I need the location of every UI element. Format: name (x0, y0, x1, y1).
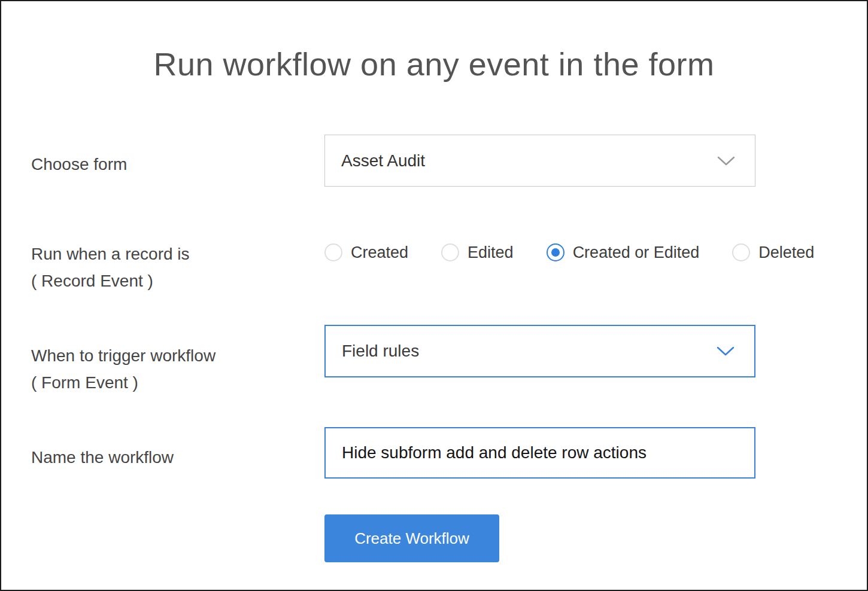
chevron-down-icon (717, 346, 735, 357)
radio-label: Created (351, 243, 408, 262)
choose-form-dropdown[interactable]: Asset Audit (324, 135, 755, 187)
radio-icon (441, 243, 459, 261)
form-event-label: When to trigger workflow ( Form Event ) (31, 342, 216, 396)
radio-icon (324, 243, 342, 261)
create-workflow-button[interactable]: Create Workflow (324, 514, 499, 562)
workflow-name-label: Name the workflow (31, 444, 174, 471)
radio-option-edited[interactable]: Edited (441, 243, 514, 262)
record-event-label-line1: Run when a record is (31, 240, 190, 267)
radio-icon (547, 243, 564, 261)
radio-label: Created or Edited (573, 243, 700, 262)
record-event-label-line2: ( Record Event ) (31, 267, 190, 294)
page-title: Run workflow on any event in the form (1, 45, 867, 83)
chevron-down-icon (717, 156, 735, 166)
radio-option-deleted[interactable]: Deleted (732, 243, 814, 262)
radio-option-created[interactable]: Created (324, 243, 408, 262)
form-event-value: Field rules (326, 342, 754, 361)
form-event-label-line2: ( Form Event ) (31, 369, 216, 396)
record-event-radio-group: Created Edited Created or Edited Deleted (324, 242, 814, 263)
radio-icon (732, 243, 750, 261)
radio-label: Edited (468, 243, 514, 262)
workflow-name-input[interactable] (324, 427, 755, 479)
choose-form-value: Asset Audit (325, 151, 755, 170)
form-event-label-line1: When to trigger workflow (31, 342, 216, 369)
choose-form-label: Choose form (31, 151, 127, 178)
radio-option-created-or-edited[interactable]: Created or Edited (547, 243, 700, 262)
dialog-frame: Run workflow on any event in the form Ch… (0, 0, 868, 591)
radio-label: Deleted (758, 243, 814, 262)
form-event-dropdown[interactable]: Field rules (324, 325, 755, 377)
record-event-label: Run when a record is ( Record Event ) (31, 240, 190, 294)
